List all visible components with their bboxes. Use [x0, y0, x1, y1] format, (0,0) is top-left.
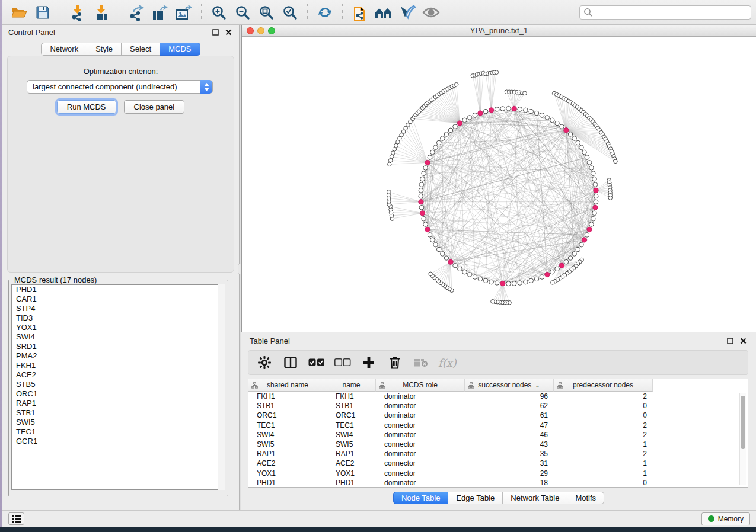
table-row-swi4[interactable]: SWI4SWI4dominator462	[248, 430, 748, 440]
tab-edge-table[interactable]: Edge Table	[448, 492, 503, 504]
cell[interactable]: ACE2	[327, 459, 376, 468]
import-table-button[interactable]	[91, 2, 111, 23]
window-maximize-icon[interactable]	[268, 27, 275, 34]
cell[interactable]: RAP1	[248, 449, 327, 459]
result-node-tid3[interactable]: TID3	[12, 313, 225, 323]
result-node-phd1[interactable]: PHD1	[12, 285, 225, 294]
result-node-yox1[interactable]: YOX1	[12, 323, 225, 332]
cell[interactable]: SWI5	[327, 440, 376, 449]
cell[interactable]: dominator	[376, 392, 465, 401]
cell[interactable]: PHD1	[327, 478, 376, 488]
network-document-button[interactable]	[350, 2, 370, 23]
cell[interactable]: 18	[465, 478, 554, 488]
table-row-fkh1[interactable]: FKH1FKH1dominator962	[248, 392, 748, 401]
cell[interactable]: SWI4	[327, 430, 376, 440]
cell[interactable]: FKH1	[327, 392, 376, 401]
save-session-button[interactable]	[33, 2, 53, 23]
cell[interactable]: dominator	[376, 478, 465, 488]
tab-network[interactable]: Network	[41, 43, 87, 56]
vizmapper-pen-button[interactable]	[397, 2, 417, 23]
cell[interactable]: 35	[465, 449, 554, 459]
cell[interactable]: YOX1	[248, 469, 327, 478]
tab-select[interactable]: Select	[122, 43, 160, 56]
cell[interactable]: 46	[465, 430, 554, 440]
column-header-shared-name[interactable]: shared name	[248, 379, 327, 392]
cell[interactable]: YOX1	[327, 469, 376, 478]
cell[interactable]: connector	[376, 459, 465, 468]
column-header-name[interactable]: name	[327, 379, 376, 392]
cell[interactable]: FKH1	[248, 392, 327, 401]
table-row-phd1[interactable]: PHD1PHD1dominator180	[248, 478, 748, 488]
result-list-scrollbar[interactable]	[218, 284, 225, 490]
cell[interactable]: dominator	[376, 401, 465, 411]
cell[interactable]: 62	[465, 401, 554, 411]
tab-style[interactable]: Style	[87, 43, 122, 56]
zoom-selected-button[interactable]	[280, 2, 300, 23]
cell[interactable]: 2	[554, 449, 653, 459]
show-hide-eye-button[interactable]	[421, 2, 441, 23]
column-layout-button[interactable]	[282, 354, 299, 371]
export-image-button[interactable]	[174, 2, 194, 23]
task-history-button[interactable]	[8, 512, 24, 525]
optimization-select[interactable]: largest connected component (undirected)	[27, 80, 213, 94]
cell[interactable]: 2	[554, 392, 653, 401]
close-panel-button[interactable]: Close panel	[124, 100, 185, 114]
table-panel-float-button[interactable]	[725, 336, 735, 345]
cell[interactable]: connector	[376, 469, 465, 478]
table-scrollbar[interactable]	[739, 393, 746, 485]
open-file-button[interactable]	[9, 2, 29, 23]
table-settings-button[interactable]	[256, 354, 273, 371]
cell[interactable]: TEC1	[248, 421, 327, 430]
cell[interactable]: SWI5	[248, 440, 327, 449]
cell[interactable]: 1	[554, 440, 653, 449]
column-header-predecessor-nodes[interactable]: predecessor nodes	[554, 379, 653, 392]
memory-button[interactable]: Memory	[701, 512, 750, 525]
result-node-swi4[interactable]: SWI4	[12, 332, 225, 342]
result-node-stb5[interactable]: STB5	[12, 380, 225, 389]
control-panel-float-button[interactable]	[210, 27, 220, 37]
scrollbar-thumb[interactable]	[741, 396, 745, 449]
run-mcds-button[interactable]: Run MCDS	[57, 100, 116, 114]
table-row-tec1[interactable]: TEC1TEC1connector472	[248, 421, 748, 430]
tab-motifs[interactable]: Motifs	[567, 492, 604, 504]
function-builder-icon[interactable]: f(x)	[438, 357, 457, 369]
tab-network-table[interactable]: Network Table	[503, 492, 567, 504]
cell[interactable]: TEC1	[327, 421, 376, 430]
deselect-all-button[interactable]	[334, 354, 352, 371]
cell[interactable]: 2	[554, 421, 653, 430]
zoom-fit-button[interactable]	[256, 2, 276, 23]
cell[interactable]: 0	[554, 411, 653, 420]
search-input[interactable]	[579, 5, 751, 20]
table-row-yox1[interactable]: YOX1YOX1connector291	[248, 469, 748, 478]
cell[interactable]: ORC1	[248, 411, 327, 420]
column-header-mcds-role[interactable]: MCDS role	[376, 379, 465, 392]
result-node-fkh1[interactable]: FKH1	[12, 361, 225, 370]
cell[interactable]: SWI4	[248, 430, 327, 440]
tab-mcds[interactable]: MCDS	[160, 43, 200, 56]
table-panel-close-button[interactable]	[738, 336, 748, 345]
zoom-in-button[interactable]	[209, 2, 229, 23]
cell[interactable]: 1	[554, 459, 653, 468]
cell[interactable]: RAP1	[327, 449, 376, 459]
cell[interactable]: 2	[554, 430, 653, 440]
cell[interactable]: 47	[465, 421, 554, 430]
cell[interactable]: 61	[465, 411, 554, 420]
control-panel-close-button[interactable]	[224, 27, 233, 37]
table-row-stb1[interactable]: STB1STB1dominator620	[248, 401, 748, 411]
refresh-button[interactable]	[315, 2, 335, 23]
tab-node-table[interactable]: Node Table	[393, 492, 449, 504]
cell[interactable]: STB1	[327, 401, 376, 411]
window-close-icon[interactable]	[247, 27, 254, 34]
zoom-out-button[interactable]	[232, 2, 253, 23]
cell[interactable]: 1	[554, 469, 653, 478]
result-node-car1[interactable]: CAR1	[12, 294, 225, 304]
cell[interactable]: 96	[465, 392, 554, 401]
result-node-srd1[interactable]: SRD1	[12, 342, 225, 351]
delete-table-button[interactable]	[412, 354, 430, 371]
cell[interactable]: 0	[554, 401, 653, 411]
select-all-button[interactable]	[308, 354, 326, 371]
cell[interactable]: ACE2	[248, 459, 327, 468]
delete-row-button[interactable]	[386, 354, 404, 371]
cell[interactable]: 0	[554, 478, 653, 488]
window-minimize-icon[interactable]	[257, 27, 264, 34]
